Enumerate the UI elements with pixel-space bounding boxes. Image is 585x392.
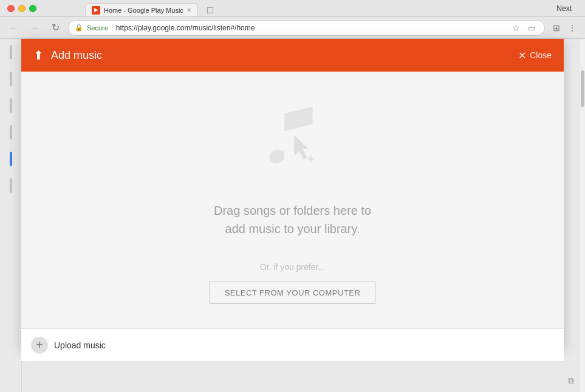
- more-icon[interactable]: ⋮: [566, 21, 579, 35]
- external-link-icon[interactable]: ⧉: [568, 376, 574, 386]
- close-x-icon: ✕: [518, 50, 526, 61]
- bookmark-star-icon[interactable]: ☆: [509, 21, 522, 35]
- close-window-button[interactable]: [7, 5, 15, 12]
- cast-icon[interactable]: ▭: [525, 21, 538, 35]
- upload-header-icon: ⬆: [33, 48, 44, 63]
- add-icon: +: [36, 338, 43, 352]
- next-button[interactable]: Next: [550, 4, 578, 13]
- secure-icon: 🔒: [75, 24, 83, 32]
- divider: [112, 24, 112, 32]
- modal-body: + Drag songs or folders here to add musi…: [21, 72, 564, 328]
- toolbar-icons: ⊞ ⋮: [550, 21, 579, 35]
- drag-text-line2: add music to your library.: [214, 220, 371, 238]
- refresh-button[interactable]: ↻: [47, 20, 63, 36]
- address-bar: ← → ↻ 🔒 Secure https://play.google.com/m…: [0, 17, 585, 39]
- close-modal-button[interactable]: ✕ Close: [518, 50, 552, 61]
- bottom-bar: + Upload music ⧉: [21, 328, 564, 361]
- address-input[interactable]: 🔒 Secure https://play.google.com/music/l…: [68, 20, 545, 36]
- browser-content: ⬆ Add music ✕ Close +: [0, 39, 585, 392]
- puzzle-icon[interactable]: ⊞: [550, 21, 563, 35]
- drag-text: Drag songs or folders here to add music …: [214, 201, 371, 238]
- title-bar: ▶ Home - Google Play Music × □ Next: [0, 0, 585, 17]
- forward-button[interactable]: →: [27, 20, 43, 36]
- drag-text-line1: Drag songs or folders here to: [214, 201, 371, 220]
- music-icon-container: +: [256, 96, 329, 183]
- tab-title: Home - Google Play Music: [104, 7, 183, 14]
- new-tab-button[interactable]: □: [202, 4, 219, 16]
- modal-header: ⬆ Add music ✕ Close: [21, 39, 564, 72]
- tab-close-button[interactable]: ×: [187, 7, 191, 14]
- or-prefer-text: Or, if you prefer...: [260, 262, 325, 272]
- traffic-lights: [7, 5, 36, 12]
- address-actions: ☆ ▭: [509, 21, 538, 35]
- back-button[interactable]: ←: [6, 20, 22, 36]
- scrollbar-thumb[interactable]: [581, 70, 584, 107]
- upload-music-label: Upload music: [54, 340, 106, 350]
- tab-bar: ▶ Home - Google Play Music × □: [36, 0, 550, 16]
- select-from-computer-button[interactable]: SELECT FROM YOUR COMPUTER: [210, 282, 376, 304]
- svg-text:+: +: [307, 152, 314, 166]
- tab-favicon: ▶: [92, 6, 100, 15]
- browser-tab[interactable]: ▶ Home - Google Play Music ×: [85, 3, 198, 16]
- url-text: https://play.google.com/music/listen#/ho…: [116, 24, 505, 32]
- minimize-window-button[interactable]: [18, 5, 26, 12]
- scrollbar[interactable]: [580, 39, 585, 392]
- music-note-icon: +: [256, 96, 329, 181]
- close-label: Close: [530, 50, 552, 60]
- modal-title: Add music: [51, 49, 518, 62]
- add-music-modal: ⬆ Add music ✕ Close +: [21, 39, 564, 348]
- secure-label: Secure: [87, 24, 108, 32]
- modal-overlay: ⬆ Add music ✕ Close +: [0, 39, 585, 392]
- maximize-window-button[interactable]: [29, 5, 36, 12]
- add-circle-button[interactable]: +: [31, 337, 48, 354]
- svg-marker-0: [294, 135, 308, 160]
